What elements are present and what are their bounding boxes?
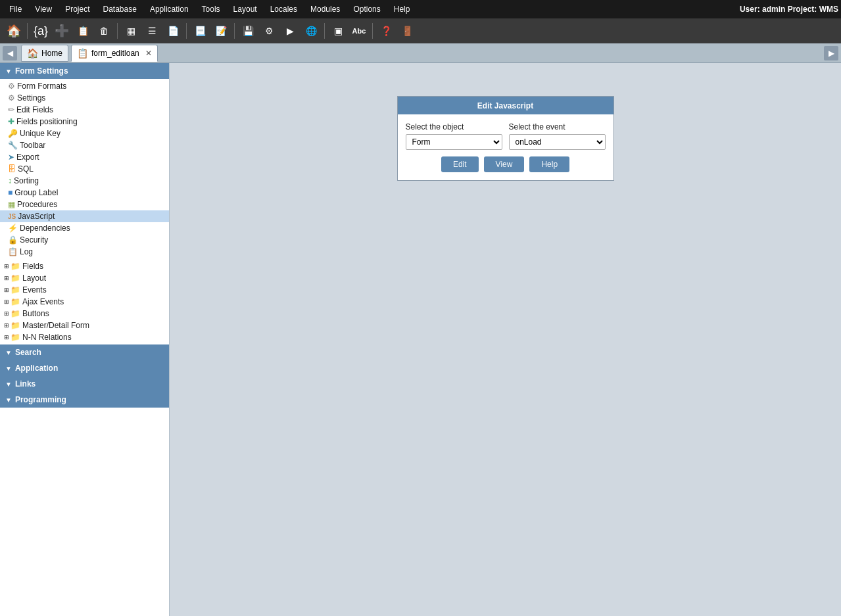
tree-dependencies[interactable]: ⚡ Dependencies xyxy=(0,222,169,234)
content-area: Edit Javascript Select the object Form S… xyxy=(170,63,841,616)
tab-prev-btn[interactable]: ◀ xyxy=(3,46,17,60)
main-area: ▼ Form Settings ⚙ Form Formats ⚙ Setting… xyxy=(0,63,841,616)
tree-folder-events[interactable]: ⊞ 📁 Events xyxy=(0,284,169,296)
menu-application[interactable]: Application xyxy=(143,2,195,16)
menu-project[interactable]: Project xyxy=(59,2,96,16)
unique-key-label: Unique Key xyxy=(20,129,60,138)
application-section-header[interactable]: ▼ Application xyxy=(0,360,169,376)
nn-relations-folder-label: N-N Relations xyxy=(22,333,72,342)
object-label: Select the object xyxy=(406,122,502,131)
delete-btn[interactable]: 🗑 xyxy=(94,21,114,41)
form-settings-header[interactable]: ▼ Form Settings xyxy=(0,63,169,79)
tab-home[interactable]: 🏠 Home xyxy=(21,45,68,62)
menu-database[interactable]: Database xyxy=(97,2,143,16)
tabbar: ◀ 🏠 Home 📋 form_editloan ✕ ▶ xyxy=(0,43,841,63)
doc-btn[interactable]: 📄 xyxy=(163,21,183,41)
events-folder-label: Events xyxy=(22,285,47,295)
nn-relations-folder-icon: 📁 xyxy=(11,333,20,342)
menu-options[interactable]: Options xyxy=(347,2,387,16)
help-panel-button[interactable]: Help xyxy=(529,156,569,172)
tree-javascript[interactable]: JS JavaScript xyxy=(0,210,169,222)
ajax-events-expand-icon: ⊞ xyxy=(4,298,9,305)
export-icon: ➤ xyxy=(8,153,14,162)
edit-fields-icon: ✏ xyxy=(8,105,14,114)
save-btn[interactable]: 💾 xyxy=(238,21,258,41)
doc3-btn[interactable]: 📝 xyxy=(211,21,231,41)
home-tab-icon: 🏠 xyxy=(27,48,38,59)
nn-relations-expand-icon: ⊞ xyxy=(4,334,9,341)
search-section-label: Search xyxy=(15,348,41,357)
panel-selects-row: Select the object Form Select the event … xyxy=(406,122,606,150)
tree-security[interactable]: 🔒 Security xyxy=(0,234,169,246)
tree-folder-ajax-events[interactable]: ⊞ 📁 Ajax Events xyxy=(0,296,169,308)
curly-btn[interactable]: {a} xyxy=(31,21,51,41)
tab-home-label: Home xyxy=(41,49,62,58)
links-section-label: Links xyxy=(15,379,36,389)
abc-btn[interactable]: Abc xyxy=(349,21,369,41)
edit-button[interactable]: Edit xyxy=(441,156,479,172)
menu-layout[interactable]: Layout xyxy=(227,2,264,16)
panel-buttons: Edit View Help xyxy=(406,156,606,172)
tree-fields-positioning[interactable]: ✚ Fields positioning xyxy=(0,116,169,128)
object-select[interactable]: Form xyxy=(406,134,502,150)
gear-btn[interactable]: ⚙ xyxy=(259,21,279,41)
sql-icon: 🗄 xyxy=(8,164,16,174)
list-btn[interactable]: ☰ xyxy=(142,21,162,41)
tree-group-label[interactable]: ■ Group Label xyxy=(0,187,169,199)
menu-file[interactable]: File xyxy=(3,2,28,16)
tree-procedures[interactable]: ▦ Procedures xyxy=(0,199,169,210)
tree-folder-fields[interactable]: ⊞ 📁 Fields xyxy=(0,260,169,272)
menu-locales[interactable]: Locales xyxy=(264,2,304,16)
tree-folder-buttons[interactable]: ⊞ 📁 Buttons xyxy=(0,308,169,320)
menu-view[interactable]: View xyxy=(28,2,59,16)
tab-formeditloan[interactable]: 📋 form_editloan ✕ xyxy=(71,45,158,62)
toolbar-label: Toolbar xyxy=(20,141,45,150)
layout-folder-icon: 📁 xyxy=(11,273,20,283)
view-button[interactable]: View xyxy=(484,156,525,172)
log-icon: 📋 xyxy=(8,247,18,256)
tree-toolbar[interactable]: 🔧 Toolbar xyxy=(0,139,169,151)
globe-btn[interactable]: 🌐 xyxy=(301,21,321,41)
new-btn[interactable]: ➕ xyxy=(52,21,72,41)
doc2-btn[interactable]: 📃 xyxy=(190,21,210,41)
tab-next-btn[interactable]: ▶ xyxy=(824,46,838,60)
programming-arrow: ▼ xyxy=(5,396,12,404)
exit-btn[interactable]: 🚪 xyxy=(397,21,417,41)
tree-folder-layout[interactable]: ⊞ 📁 Layout xyxy=(0,272,169,284)
panel-btn[interactable]: ▣ xyxy=(328,21,348,41)
tab-close-btn[interactable]: ✕ xyxy=(143,49,152,57)
javascript-label: JavaScript xyxy=(18,212,55,221)
fields-pos-icon: ✚ xyxy=(8,117,14,126)
search-section-header[interactable]: ▼ Search xyxy=(0,344,169,360)
event-field: Select the event onLoad onSubmit onValid… xyxy=(509,122,606,150)
grid-btn[interactable]: ▦ xyxy=(121,21,141,41)
master-detail-folder-icon: 📁 xyxy=(11,321,20,330)
menu-modules[interactable]: Modules xyxy=(304,2,347,16)
event-select[interactable]: onLoad onSubmit onValidate xyxy=(509,134,606,150)
tree-unique-key[interactable]: 🔑 Unique Key xyxy=(0,128,169,139)
help-btn[interactable]: ❓ xyxy=(376,21,396,41)
copy-btn[interactable]: 📋 xyxy=(73,21,93,41)
tree-edit-fields[interactable]: ✏ Edit Fields xyxy=(0,104,169,116)
menu-help[interactable]: Help xyxy=(387,2,417,16)
panel-body: Select the object Form Select the event … xyxy=(398,114,613,180)
form-settings-tree: ⚙ Form Formats ⚙ Settings ✏ Edit Fields … xyxy=(0,79,169,259)
export-label: Export xyxy=(16,153,39,162)
user-info: User: admin Project: WMS xyxy=(740,5,838,14)
programming-section-header[interactable]: ▼ Programming xyxy=(0,392,169,408)
tree-settings[interactable]: ⚙ Settings xyxy=(0,92,169,104)
tree-form-formats[interactable]: ⚙ Form Formats xyxy=(0,80,169,92)
tree-folder-master-detail[interactable]: ⊞ 📁 Master/Detail Form xyxy=(0,320,169,331)
tree-log[interactable]: 📋 Log xyxy=(0,246,169,258)
group-label-icon: ■ xyxy=(8,188,12,197)
home-btn[interactable]: 🏠 xyxy=(4,21,24,41)
tree-export[interactable]: ➤ Export xyxy=(0,151,169,163)
tree-sql[interactable]: 🗄 SQL xyxy=(0,163,169,175)
tree-folder-nn-relations[interactable]: ⊞ 📁 N-N Relations xyxy=(0,331,169,343)
menu-tools[interactable]: Tools xyxy=(195,2,227,16)
links-section-header[interactable]: ▼ Links xyxy=(0,376,169,392)
play-btn[interactable]: ▶ xyxy=(280,21,300,41)
tree-sorting[interactable]: ↕ Sorting xyxy=(0,175,169,187)
tab-formeditloan-label: form_editloan xyxy=(91,49,139,58)
fields-folder-label: Fields xyxy=(22,262,43,271)
